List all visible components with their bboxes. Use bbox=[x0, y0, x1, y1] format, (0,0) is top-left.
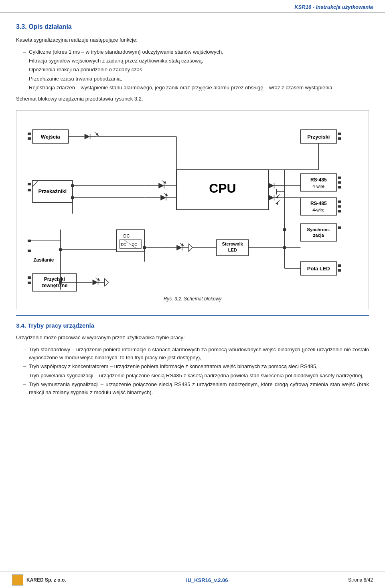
list-item: Rejestracja zdarzeń – wystąpienie stanu … bbox=[23, 84, 369, 92]
svg-text:Sterownik: Sterownik bbox=[222, 242, 243, 246]
page-header: KSR16 - Instrukcja użytkowania bbox=[0, 0, 385, 13]
svg-text:Przyciski: Przyciski bbox=[307, 134, 330, 140]
svg-line-85 bbox=[188, 248, 192, 252]
svg-marker-83 bbox=[181, 243, 184, 246]
svg-rect-15 bbox=[338, 137, 341, 140]
svg-rect-119 bbox=[28, 276, 31, 279]
svg-marker-122 bbox=[93, 280, 98, 285]
section-3-3-list: Cykliczne (okres 1 ms – w trybie standar… bbox=[16, 48, 369, 92]
svg-rect-120 bbox=[28, 282, 31, 284]
svg-rect-54 bbox=[338, 186, 341, 189]
section-3-4-list: Tryb standardowy – urządzenie pobiera in… bbox=[16, 346, 369, 397]
svg-marker-25 bbox=[163, 181, 166, 184]
list-item: Tryb powielania sygnalizacji – urządzeni… bbox=[23, 372, 369, 380]
section-3-4-intro: Urządzenie może pracować w wybranym prze… bbox=[16, 334, 369, 342]
section-3-4-title: 3.4. Tryby pracy urządzenia bbox=[16, 322, 369, 329]
svg-point-133 bbox=[143, 246, 146, 249]
list-item: Tryb współpracy z koncentratorem – urząd… bbox=[23, 362, 369, 371]
svg-point-115 bbox=[71, 196, 74, 199]
main-content: 3.3. Opis działania Kaseta sygnalizacyjn… bbox=[0, 13, 385, 404]
svg-marker-31 bbox=[165, 193, 168, 196]
svg-line-128 bbox=[105, 282, 109, 286]
list-item: Tryb standardowy – urządzenie pobiera in… bbox=[23, 346, 369, 362]
block-diagram-svg: Wejścia Przyciski bbox=[20, 118, 365, 294]
footer-company: KARED Sp. z o.o. bbox=[26, 577, 66, 583]
svg-rect-109 bbox=[28, 183, 31, 185]
svg-text:DC: DC bbox=[123, 234, 130, 238]
svg-marker-27 bbox=[160, 195, 166, 201]
svg-rect-3 bbox=[28, 137, 31, 140]
list-item: Tryb wymuszania sygnalizacji – urządzeni… bbox=[23, 381, 369, 397]
header-title: KSR16 - Instrukcja użytkowania bbox=[294, 4, 373, 10]
svg-text:zewnętrzne: zewnętrzne bbox=[42, 283, 68, 288]
svg-rect-52 bbox=[338, 177, 341, 179]
svg-text:Przyciski: Przyciski bbox=[44, 276, 65, 282]
svg-rect-59 bbox=[338, 205, 341, 207]
svg-rect-53 bbox=[338, 181, 341, 184]
block-diagram-container: Wejścia Przyciski bbox=[16, 110, 369, 309]
svg-text:CPU: CPU bbox=[209, 181, 236, 195]
svg-rect-94 bbox=[338, 226, 341, 229]
svg-text:Pola LED: Pola LED bbox=[307, 266, 330, 272]
svg-text:Synchroni-: Synchroni- bbox=[307, 227, 330, 232]
list-item: Filtracja sygnałów wejściowych z zadaną … bbox=[23, 57, 369, 65]
svg-rect-101 bbox=[338, 264, 341, 267]
svg-text:RS-485: RS-485 bbox=[310, 177, 327, 183]
svg-rect-110 bbox=[28, 189, 31, 191]
footer-doc-code: IU_KSR16_v.2.06 bbox=[66, 577, 348, 583]
logo-box bbox=[12, 574, 23, 586]
list-item: Opóźnienia reakcji na pobudzenie o zadan… bbox=[23, 66, 369, 74]
list-item: Cykliczne (okres 1 ms – w trybie standar… bbox=[23, 48, 369, 56]
svg-rect-60 bbox=[338, 210, 341, 212]
schemat-text: Schemat blokowy urządzenia przedstawia r… bbox=[16, 95, 369, 103]
svg-line-127 bbox=[105, 278, 109, 282]
section-3-3-intro: Kaseta sygnalizacyjna realizuje następuj… bbox=[16, 36, 369, 44]
diagram-caption: Rys. 3.2. Schemat blokowy bbox=[20, 296, 365, 302]
svg-marker-34 bbox=[269, 183, 274, 189]
svg-rect-2 bbox=[28, 133, 31, 135]
svg-point-98 bbox=[283, 228, 286, 231]
svg-rect-71 bbox=[28, 240, 31, 242]
svg-marker-21 bbox=[158, 183, 164, 189]
svg-point-132 bbox=[59, 281, 62, 284]
svg-marker-126 bbox=[97, 278, 100, 281]
svg-rect-72 bbox=[28, 250, 31, 252]
svg-text:LED: LED bbox=[228, 248, 237, 252]
svg-text:RS-485: RS-485 bbox=[310, 201, 327, 206]
page-footer: KARED Sp. z o.o. IU_KSR16_v.2.06 Strona … bbox=[0, 572, 385, 588]
svg-text:Wejścia: Wejścia bbox=[41, 134, 61, 140]
svg-text:4-wire: 4-wire bbox=[312, 184, 324, 189]
svg-rect-14 bbox=[338, 133, 341, 135]
svg-marker-5 bbox=[85, 134, 90, 139]
footer-logo-area: KARED Sp. z o.o. bbox=[12, 574, 66, 586]
svg-rect-58 bbox=[338, 200, 341, 203]
svg-text:Zasilanie: Zasilanie bbox=[33, 257, 54, 263]
svg-rect-102 bbox=[338, 269, 341, 272]
svg-text:DC: DC bbox=[121, 242, 126, 246]
list-item: Przedłużanie czasu trwania pobudzania, bbox=[23, 75, 369, 83]
svg-line-84 bbox=[188, 244, 192, 248]
svg-marker-41 bbox=[269, 195, 274, 201]
svg-text:4-wire: 4-wire bbox=[312, 207, 324, 212]
section-divider bbox=[16, 315, 369, 316]
svg-text:Przekaźniki: Przekaźniki bbox=[38, 188, 67, 194]
svg-marker-79 bbox=[176, 245, 182, 250]
footer-page: Strona 8/42 bbox=[348, 577, 373, 583]
svg-text:zacja: zacja bbox=[313, 233, 324, 238]
section-3-3-title: 3.3. Opis działania bbox=[16, 23, 369, 30]
svg-point-105 bbox=[283, 246, 286, 249]
svg-point-114 bbox=[71, 184, 74, 187]
